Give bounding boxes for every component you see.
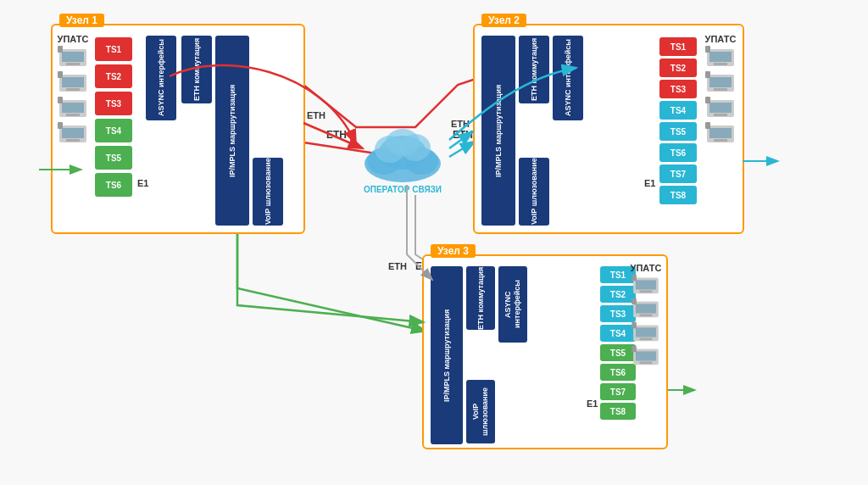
svg-rect-53 [636, 327, 656, 337]
cloud-label: ОПЕРАТОР СВЯЗИ [356, 185, 449, 194]
svg-rect-55 [632, 322, 637, 328]
node2-label: Узел 2 [481, 14, 526, 27]
node2-upats: УПАТС [702, 34, 739, 144]
svg-rect-38 [714, 114, 727, 116]
svg-rect-50 [640, 314, 653, 316]
phone-icon [58, 44, 88, 68]
node2-box: Узел 2 IP/MPLS маршрутизация ETH коммута… [473, 24, 744, 234]
phone-icon [705, 70, 736, 93]
module-eth2: ETH коммутация [519, 36, 549, 103]
svg-rect-13 [62, 52, 84, 62]
ts-btn: TS1 [95, 37, 132, 61]
ts-btn: TS6 [95, 173, 132, 197]
ts-btn: TS8 [600, 403, 636, 420]
node1-phones [56, 44, 90, 144]
svg-rect-31 [705, 46, 710, 53]
ts-btn: TS6 [659, 143, 697, 162]
svg-rect-35 [705, 71, 710, 78]
node2-phones [702, 44, 739, 144]
svg-line-1 [449, 142, 473, 157]
module-async3: ASYNC интерфейсы [498, 266, 527, 343]
ts-btn: TS2 [95, 64, 132, 88]
node1-upats: УПАТС [56, 34, 90, 144]
module-ipmpls2: IP/MPLS маршрутизация [481, 36, 515, 226]
node1-box: Узел 1 УПАТС [51, 24, 305, 234]
phone-icon [58, 120, 88, 144]
ts-btn: TS3 [659, 80, 697, 98]
ts-btn: TS8 [659, 186, 697, 204]
phone-icon [705, 120, 736, 144]
node2-ts-group: TS1 TS2 TS3 TS4 TS5 TS6 TS7 TS8 [659, 37, 697, 204]
module-ipmpls: IP/MPLS маршрутизация [215, 36, 249, 226]
svg-rect-57 [636, 351, 656, 360]
svg-rect-30 [714, 63, 727, 65]
svg-rect-15 [58, 46, 63, 53]
svg-rect-29 [709, 52, 732, 62]
module-async: ASYNC интерфейсы [146, 36, 176, 120]
svg-rect-17 [62, 77, 84, 87]
module-eth3: ETH коммутация [466, 266, 495, 330]
ts-btn: TS3 [95, 92, 132, 115]
ts-btn: TS7 [600, 383, 636, 400]
svg-text:ETH: ETH [326, 129, 347, 141]
svg-rect-47 [632, 275, 637, 281]
svg-rect-26 [66, 139, 80, 142]
svg-point-11 [386, 129, 420, 156]
node3-label: Узел 3 [431, 244, 476, 258]
module-voip3: VoIP шлюзование [466, 380, 495, 443]
svg-rect-14 [66, 63, 80, 65]
svg-rect-22 [66, 114, 80, 116]
svg-text:ETH: ETH [388, 261, 407, 271]
svg-rect-51 [632, 298, 637, 304]
svg-text:ETH: ETH [307, 110, 326, 120]
svg-rect-18 [66, 88, 80, 91]
ts-btn: TS2 [659, 59, 697, 77]
ts-btn: TS1 [659, 37, 697, 56]
svg-rect-34 [714, 88, 727, 91]
node3-phones [627, 273, 665, 366]
svg-rect-39 [705, 97, 710, 103]
svg-rect-21 [62, 103, 84, 113]
cloud: ОПЕРАТОР СВЯЗИ [356, 125, 449, 194]
svg-rect-33 [709, 77, 732, 87]
diagram: ETH ETH ETH ОПЕРАТОР СВЯЗИ Узел 1 УПАТС [0, 0, 868, 485]
svg-rect-23 [58, 97, 63, 103]
node2-e1-label: E1 [644, 178, 655, 188]
svg-rect-46 [640, 290, 653, 293]
svg-rect-37 [709, 103, 732, 113]
phone-icon [631, 297, 661, 319]
svg-rect-19 [58, 71, 63, 78]
ts-btn: TS4 [659, 101, 697, 120]
module-voip: VoIP шлюзование [253, 158, 283, 226]
phone-icon [631, 344, 661, 366]
svg-rect-41 [709, 128, 732, 138]
node3-upats: УПАТС [627, 263, 665, 366]
phone-icon [58, 70, 88, 93]
svg-text:ETH: ETH [453, 129, 473, 141]
ts-btn: TS7 [659, 164, 697, 183]
module-async2: ASYNC интерфейсы [553, 36, 583, 120]
svg-rect-45 [636, 280, 656, 289]
phone-icon [631, 321, 661, 343]
svg-rect-25 [62, 128, 84, 138]
ts-btn: TS5 [95, 146, 132, 170]
module-voip2: VoIP шлюзование [519, 158, 549, 226]
node3-e1-label: E1 [587, 399, 598, 409]
svg-rect-43 [705, 122, 710, 129]
ts-btn: TS4 [95, 119, 132, 142]
svg-text:ETH: ETH [451, 119, 470, 129]
svg-rect-27 [58, 122, 63, 129]
phone-icon [705, 44, 736, 68]
module-ipmpls3: IP/MPLS маршрутизация [431, 266, 463, 444]
node1-ts-group: TS1 TS2 TS3 TS4 TS5 TS6 [95, 37, 132, 197]
phone-icon [631, 273, 661, 295]
node1-label: Узел 1 [59, 14, 104, 27]
phone-icon [58, 95, 88, 119]
node3-box: Узел 3 IP/MPLS маршрутизация ETH коммута… [422, 254, 668, 449]
svg-rect-59 [632, 346, 637, 352]
svg-line-61 [449, 131, 473, 148]
node1-e1-label: E1 [137, 178, 148, 188]
svg-rect-58 [640, 361, 653, 364]
phone-icon [705, 95, 736, 119]
svg-rect-49 [636, 304, 656, 313]
